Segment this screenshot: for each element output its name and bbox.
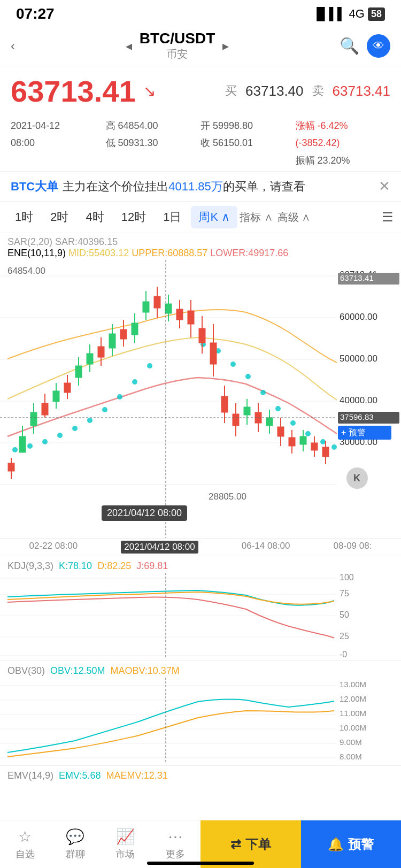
banner: BTC大单 主力在这个价位挂出4011.85万的买单，请查看 ✕ (0, 172, 401, 202)
order-icon: ⇄ (230, 837, 241, 852)
sell-price: 63713.41 (333, 83, 390, 99)
svg-text:-0: -0 (340, 650, 347, 658)
svg-text:50: 50 (340, 610, 349, 619)
nav-more[interactable]: ⋯ 更多 (150, 820, 200, 868)
tab-1h[interactable]: 1时 (7, 206, 41, 228)
svg-rect-66 (132, 323, 138, 335)
svg-point-29 (305, 431, 311, 436)
svg-rect-42 (42, 403, 48, 415)
svg-rect-84 (199, 328, 205, 343)
svg-rect-45 (53, 391, 59, 402)
chart-settings-icon[interactable]: ☰ (382, 210, 394, 225)
obv-chart: OBV(30) OBV:12.50M MAOBV:10.37M 13.00M 1… (0, 660, 401, 765)
svg-rect-39 (30, 412, 37, 426)
svg-rect-111 (300, 436, 306, 444)
header-center: ◂ BTC/USDT 币安 ▸ (15, 30, 340, 62)
profile-button[interactable]: 👁 (367, 34, 390, 58)
battery-indicator: 58 (368, 7, 385, 21)
banner-tag: BTC大单 (11, 179, 58, 195)
ene-label: ENE(10,11,9) MID:55403.12 UPPER:60888.57… (7, 248, 394, 259)
alert-icon: 🔔 (328, 837, 344, 852)
svg-text:100: 100 (340, 573, 354, 582)
current-price: 63713.41 (11, 74, 136, 109)
tab-2h[interactable]: 2时 (43, 206, 76, 228)
alert-button[interactable]: 🔔 预警 (301, 820, 402, 868)
buy-price: 63713.40 (245, 83, 303, 99)
svg-rect-93 (233, 414, 239, 426)
stat-change: 涨幅 -6.42%(-3852.42) (296, 117, 391, 152)
price-direction-icon: ↘ (143, 82, 156, 100)
svg-point-13 (27, 443, 33, 449)
obv-canvas[interactable]: 13.00M 12.00M 11.00M 10.00M 9.00M 8.00M (0, 678, 401, 763)
svg-rect-48 (64, 383, 71, 393)
svg-text:60000.00: 60000.00 (340, 312, 377, 322)
tab-12h[interactable]: 12时 (114, 206, 153, 228)
search-button[interactable]: 🔍 (340, 36, 359, 55)
svg-rect-114 (311, 443, 318, 450)
svg-text:63713.41: 63713.41 (340, 273, 374, 282)
svg-rect-75 (165, 304, 172, 313)
stat-low: 低 50931.30 (106, 134, 201, 151)
emv-chart: EMV(14,9) EMV:5.68 MAEMV:12.31 (0, 765, 401, 785)
svg-rect-117 (322, 447, 329, 457)
svg-text:75: 75 (340, 589, 349, 598)
candlestick-chart: 63713.41 60000.00 50000.00 40000.00 3000… (0, 260, 401, 538)
tabs-row: 1时 2时 4时 12时 1日 周K ∧ 指标 ∧ 高级 ∧ ☰ (0, 202, 401, 233)
svg-text:10.00M: 10.00M (340, 723, 366, 732)
stats-col-change: 涨幅 -6.42%(-3852.42) 振幅 23.20% (296, 117, 391, 169)
tab-1d[interactable]: 1日 (156, 206, 189, 228)
status-icons: ▐▌▌▌ 4G 58 (312, 7, 385, 21)
market-icon: 📈 (116, 828, 135, 846)
svg-point-21 (147, 363, 152, 368)
svg-point-12 (12, 447, 18, 452)
time-label-3: 06-14 08:00 (242, 541, 290, 554)
svg-rect-108 (289, 437, 295, 446)
nav-groupchat[interactable]: 💬 群聊 (50, 820, 101, 868)
time-label-4: 08-09 08: (334, 541, 372, 554)
order-button[interactable]: ⇄ 下单 (200, 820, 301, 868)
stat-time: 08:00 (11, 134, 106, 151)
svg-rect-81 (188, 311, 194, 324)
back-button[interactable]: ‹ (11, 39, 15, 53)
groupchat-icon: 💬 (66, 828, 84, 846)
sell-label: 卖 (312, 83, 324, 99)
emv-label: EMV(14,9) EMV:5.68 MAEMV:12.31 (0, 768, 401, 782)
home-indicator (147, 862, 254, 865)
time-label-1: 02-22 08:00 (29, 541, 78, 554)
watchlist-label: 自选 (16, 848, 35, 861)
stat-high: 高 64854.00 (106, 117, 201, 134)
svg-rect-36 (19, 436, 26, 452)
nav-market[interactable]: 📈 市场 (101, 820, 151, 868)
status-time: 07:27 (16, 5, 55, 22)
svg-point-17 (87, 418, 92, 423)
svg-text:37596.83: 37596.83 (340, 412, 374, 421)
svg-rect-54 (87, 354, 93, 364)
main-chart[interactable]: 63713.41 60000.00 50000.00 40000.00 3000… (0, 260, 401, 538)
prev-pair-button[interactable]: ◂ (126, 39, 132, 53)
svg-text:64854.00: 64854.00 (7, 266, 45, 276)
next-pair-button[interactable]: ▸ (222, 39, 229, 53)
kdj-label: KDJ(9,3,3) K:78.10 D:82.25 J:69.81 (0, 558, 401, 573)
svg-rect-33 (8, 463, 14, 471)
stats-col-date: 2021-04-12 08:00 (11, 117, 106, 169)
kdj-canvas[interactable]: 100 75 50 25 -0 (0, 573, 401, 658)
svg-text:13.00M: 13.00M (340, 680, 366, 689)
svg-point-14 (42, 439, 48, 444)
tab-indicators[interactable]: 指标 ∧ (240, 210, 273, 225)
svg-text:40000.00: 40000.00 (340, 395, 377, 405)
nav-watchlist[interactable]: ☆ 自选 (0, 820, 50, 868)
pair-title: BTC/USDT (140, 30, 215, 47)
svg-rect-60 (109, 334, 115, 348)
svg-point-27 (275, 406, 281, 411)
svg-text:12.00M: 12.00M (340, 694, 366, 703)
tab-weekly[interactable]: 周K ∧ (191, 206, 237, 228)
banner-close-button[interactable]: ✕ (379, 178, 390, 195)
tab-advanced[interactable]: 高级 ∧ (277, 210, 311, 225)
status-bar: 07:27 ▐▌▌▌ 4G 58 (0, 0, 401, 26)
svg-rect-90 (221, 396, 228, 412)
crosshair-date: 2021/04/12 08:00 (102, 505, 187, 521)
tab-4h[interactable]: 4时 (79, 206, 112, 228)
chart-area: SAR(2,20) SAR:40396.15 ENE(10,11,9) MID:… (0, 233, 401, 538)
svg-point-24 (230, 362, 236, 367)
watchlist-icon: ☆ (18, 828, 32, 846)
